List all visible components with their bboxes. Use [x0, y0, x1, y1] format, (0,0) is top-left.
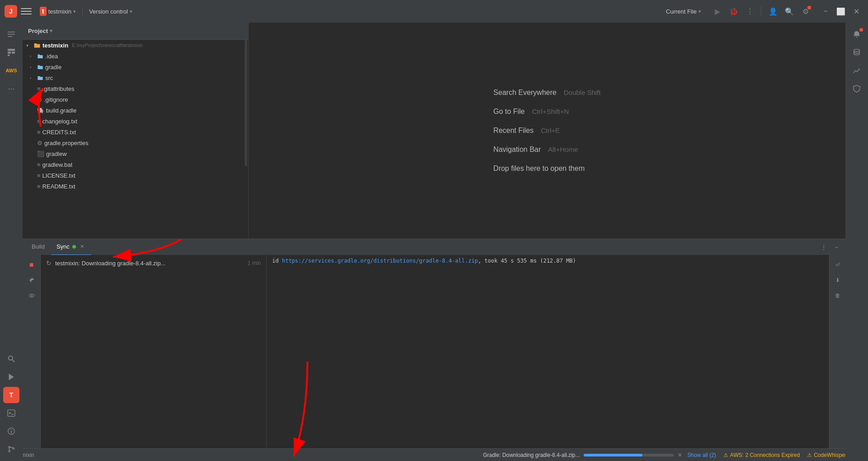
tab-build-label: Build — [32, 243, 45, 250]
statusbar: testmixin Gradle: Downloading gradle-8.4… — [0, 448, 868, 461]
file-icon-build-gradle: 🐘 — [37, 107, 44, 114]
statusbar-progress-cancel[interactable]: ✕ — [678, 452, 682, 458]
project-panel-title-button[interactable]: Project ▾ — [28, 28, 52, 34]
file-icon-gitignore: ⊘ — [37, 96, 42, 103]
project-panel: Project ▾ ▾ testmixin E:\myPorject\minec… — [23, 23, 249, 239]
tree-item-credits[interactable]: ≡ CREDITS.txt — [23, 127, 248, 137]
sidebar-item-plugin[interactable]: T — [3, 387, 19, 403]
welcome-search-everywhere: Search Everywhere Double Shift — [493, 89, 600, 97]
tree-label-license: LICENSE.txt — [42, 172, 75, 179]
build-content: ■ ↻ testmixin: Downloading gradle-8.4-al… — [23, 255, 845, 448]
build-item-time: 1 min — [248, 260, 261, 266]
svg-point-13 — [9, 451, 10, 452]
sidebar-item-git[interactable] — [3, 441, 19, 457]
tree-arrow-src: › — [30, 75, 35, 80]
minimize-button[interactable]: − — [818, 4, 833, 19]
tree-item-idea[interactable]: › .idea — [23, 51, 248, 61]
build-eye-button[interactable] — [25, 289, 38, 302]
sidebar-item-structure[interactable] — [3, 44, 19, 61]
project-dropdown-arrow: ▾ — [73, 9, 76, 14]
maximize-button[interactable]: ⬜ — [834, 4, 848, 19]
svg-rect-7 — [8, 410, 15, 416]
tree-item-gradlew[interactable]: ⬛ gradlew — [23, 148, 248, 159]
sidebar-item-project[interactable] — [3, 26, 19, 42]
build-loading-item[interactable]: ↻ testmixin: Downloading gradle-8.4-all.… — [41, 257, 266, 269]
aws-label: AWS — [5, 68, 17, 73]
statusbar-progress-fill — [584, 454, 642, 456]
build-item-label: testmixin: Downloading gradle-8.4-all.zi… — [55, 260, 165, 267]
sync-close-button[interactable]: ✕ — [79, 243, 86, 250]
folder-icon-gradle — [37, 64, 43, 70]
build-scroll-button[interactable]: ⬇ — [831, 274, 844, 287]
tree-item-gitattributes[interactable]: ≡ .gitattributes — [23, 83, 248, 94]
build-wrap-button[interactable]: ⏎ — [831, 259, 844, 271]
version-control-dropdown-button[interactable]: Version control ▾ — [85, 6, 136, 17]
debug-icon: 🐞 — [729, 7, 738, 16]
project-name-label: testmixin — [48, 8, 71, 15]
build-left-panel: ↻ testmixin: Downloading gradle-8.4-all.… — [41, 255, 267, 448]
close-button[interactable]: ✕ — [849, 4, 863, 19]
file-icon-gradle-properties: ⚙ — [37, 140, 42, 146]
sidebar-item-run[interactable] — [3, 369, 19, 385]
tree-label-gradlew-bat: gradlew.bat — [42, 161, 73, 168]
statusbar-show-all[interactable]: Show all (2) — [686, 449, 718, 461]
app-logo: J — [5, 5, 17, 18]
sidebar-more-icon: ··· — [8, 84, 14, 94]
folder-icon-src — [37, 75, 43, 81]
sidebar-right-analytics[interactable] — [849, 62, 865, 79]
sidebar-item-info[interactable] — [3, 423, 19, 439]
tree-item-gradle-properties[interactable]: ⚙ gradle.properties — [23, 137, 248, 148]
debug-button[interactable]: 🐞 — [726, 4, 741, 19]
welcome-shortcut-nav: Alt+Home — [548, 146, 578, 153]
build-pin-button[interactable] — [25, 274, 38, 287]
svg-marker-6 — [9, 374, 14, 380]
warning-icon-aws: ⚠ — [723, 452, 728, 458]
build-log-link[interactable]: https://services.gradle.org/distribution… — [282, 258, 478, 264]
tree-item-gitignore[interactable]: ⊘ .gitignore — [23, 94, 248, 105]
bottom-panel-minimize-button[interactable]: − — [831, 242, 842, 253]
statusbar-progress-container: Gradle: Downloading gradle-8.4-all.zip..… — [483, 452, 682, 458]
bottom-panel-more-button[interactable]: ⋮ — [818, 242, 829, 253]
profile-button[interactable]: 👤 — [766, 4, 780, 19]
file-icon-readme: ≡ — [37, 183, 41, 190]
file-icon-gradlew: ⬛ — [37, 151, 44, 157]
sidebar-right-security[interactable] — [849, 80, 865, 97]
run-button[interactable]: ▶ — [710, 4, 725, 19]
folder-icon — [33, 42, 41, 49]
sidebar-right-notifications[interactable] — [849, 26, 865, 42]
tree-item-license[interactable]: ≡ LICENSE.txt — [23, 170, 248, 181]
build-trash-button[interactable]: 🗑 — [831, 289, 844, 302]
sync-dot — [72, 245, 76, 249]
statusbar-progress-label: Gradle: Downloading gradle-8.4-all.zip..… — [483, 452, 580, 458]
tab-sync[interactable]: Sync ✕ — [51, 239, 91, 255]
statusbar-aws[interactable]: ⚠ AWS: 2 Connections Expired — [722, 449, 802, 461]
current-file-arrow: ▾ — [698, 9, 701, 14]
search-button[interactable]: 🔍 — [782, 4, 797, 19]
sidebar-item-aws[interactable]: AWS — [3, 62, 19, 79]
more-actions-button[interactable]: ⋮ — [743, 4, 757, 19]
scrollbar-thumb[interactable] — [245, 40, 247, 166]
tree-item-gradle[interactable]: › gradle — [23, 61, 248, 72]
welcome-shortcut-recent: Ctrl+E — [541, 127, 560, 134]
main-editor-area: Search Everywhere Double Shift Go to Fil… — [249, 23, 845, 239]
vc-label: Version control — [89, 8, 128, 15]
project-dropdown-button[interactable]: t testmixin ▾ — [36, 5, 80, 18]
tree-item-readme[interactable]: ≡ README.txt — [23, 181, 248, 192]
hamburger-menu[interactable] — [21, 6, 32, 17]
settings-button[interactable]: ⚙ — [798, 4, 813, 19]
tree-item-build-gradle[interactable]: 🐘 build.gradle — [23, 105, 248, 116]
sidebar-more-button[interactable]: ··· — [3, 80, 19, 97]
sidebar-item-terminal[interactable] — [3, 405, 19, 421]
tree-item-changelog[interactable]: ≡ changelog.txt — [23, 116, 248, 127]
tab-build[interactable]: Build — [26, 239, 50, 255]
sidebar-right-database[interactable] — [849, 44, 865, 61]
tree-item-gradlew-bat[interactable]: ≡ gradlew.bat — [23, 159, 248, 170]
build-log-panel: id https://services.gradle.org/distribut… — [267, 255, 845, 448]
project-file-tree[interactable]: ▾ testmixin E:\myPorject\minecraft\testm… — [23, 40, 248, 239]
current-file-button[interactable]: Current File ▾ — [660, 6, 707, 17]
tree-item-root[interactable]: ▾ testmixin E:\myPorject\minecraft\testm… — [23, 40, 248, 51]
right-sidebar — [845, 23, 868, 461]
sidebar-item-find[interactable] — [3, 351, 19, 367]
build-stop-button[interactable]: ■ — [25, 259, 38, 271]
tree-item-src[interactable]: › src — [23, 72, 248, 83]
